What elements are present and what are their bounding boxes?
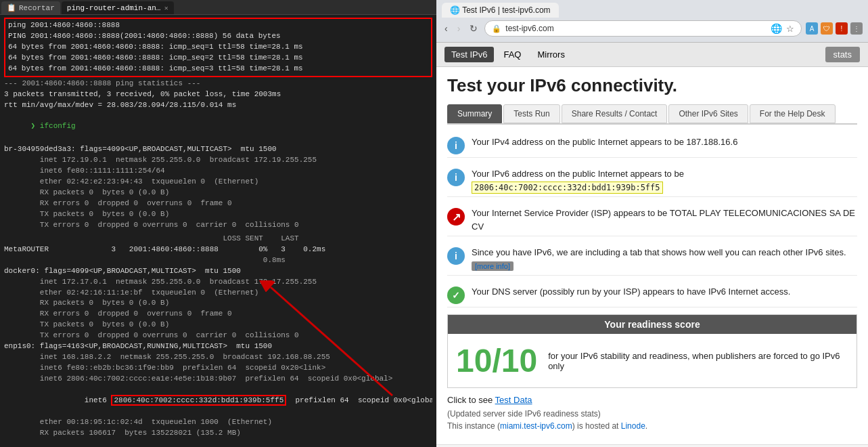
ping-reply-2: 64 bytes from 2001:4860:4860::8888: icmp… [8,53,428,64]
ping-cmd-line: ping 2001:4860:4860::8888 [8,20,428,31]
translate-icon[interactable]: 🌐 [771,23,782,34]
ping-reply-3: 64 bytes from 2001:4860:4860::8888: icmp… [8,64,428,74]
tab-summary[interactable]: Summary [447,104,502,123]
browser-panel: 🌐 Test IPv6 | test-ipv6.com ‹ › ↻ 🔒 test… [436,0,868,447]
enp1s0-inet6-global2-row: inet6 2806:40c:7002:cccc:332d:bdd1:939b:… [4,385,432,417]
iface-br-inet: inet 172.19.0.1 netmask 255.255.0.0 broa… [4,155,432,166]
linode-link[interactable]: Linode [621,421,645,431]
url-text: test-ipv6.com [505,24,767,33]
more-info-button[interactable]: [more info] [472,261,513,271]
table-row-blank: 0.8ms [4,255,432,266]
tab-other-ipv6[interactable]: Other IPv6 Sites [668,104,748,123]
tab-tests-run[interactable]: Tests Run [503,104,559,123]
nav-link-mirrors[interactable]: Mirrors [530,47,571,62]
browser-tab-testipv6[interactable]: 🌐 Test IPv6 | test-ipv6.com [442,3,559,18]
docker0-txp: TX packets 0 bytes 0 (0.0 B) [4,320,432,331]
info-icon-isp: ↗ [447,208,465,226]
reload-button[interactable]: ↻ [467,22,480,35]
nav-link-testipv6[interactable]: Test IPv6 [444,47,494,62]
docker0-rxe: RX errors 0 dropped 0 overruns 0 frame 0 [4,309,432,320]
browser-tabs-row: 🌐 Test IPv6 | test-ipv6.com [442,3,863,18]
terminal-tab-recortar[interactable]: 📋 Recortar [1,1,60,14]
ext-icon-2[interactable]: 🛡 [821,22,833,35]
readiness-section: Your readiness score 10/10 for your IPv6… [447,314,857,388]
info-row-ipv4: i Your IPv4 address on the public Intern… [447,133,857,158]
test-data-link[interactable]: Test Data [495,395,532,405]
site-nav: Test IPv6 FAQ Mirrors stats [436,43,868,67]
iface-br-rxe: RX errors 0 dropped 0 overruns 0 frame 0 [4,198,432,209]
rtt-line: rtt min/avg/max/mdev = 28.083/28.094/28.… [4,100,432,111]
browser-chrome: 🌐 Test IPv6 | test-ipv6.com ‹ › ↻ 🔒 test… [436,0,868,43]
terminal-tab-active[interactable]: ping-router-admin-anuncio-700... ✕ [62,1,174,14]
docker0-rxp: RX packets 0 bytes 0 (0.0 B) [4,298,432,309]
result-tabs: Summary Tests Run Share Results / Contac… [447,104,857,125]
page-title: Test your IPv6 connectivity. [447,75,857,96]
iface-br-inet6: inet6 fe80::1111:1111:254/64 [4,166,432,177]
ext-icon-3[interactable]: ! [836,22,848,35]
copyright-section: Copyright (C) 2010, 2024 Jason Fesler. A… [436,444,868,447]
readiness-description: for your IPv6 stability and readiness, w… [548,351,848,371]
bookmark-icon[interactable]: ☆ [786,24,794,34]
ping-header-line: PING 2001:4860:4860::8888(2001:4860:4860… [8,31,428,42]
info-icon-ipv6: i [447,169,465,186]
back-button[interactable]: ‹ [442,22,451,35]
hosted-line: This instance (miami.test-ipv6.com) is h… [447,421,857,431]
info-row-ipv6: i Your IPv6 address on the public Intern… [447,165,857,197]
browser-content: Test IPv6 FAQ Mirrors stats Test your IP… [436,43,868,447]
browser-nav-row: ‹ › ↻ 🔒 test-ipv6.com 🌐 ☆ A 🛡 ! ⋮ [442,20,863,37]
packets-line: 3 packets transmitted, 3 received, 0% pa… [4,89,432,100]
info-text-ipv4: Your IPv4 address on the public Internet… [472,135,737,149]
terminal-tabs: 📋 Recortar ping-router-admin-anuncio-700… [0,0,436,15]
iface-br-rxp: RX packets 0 bytes 0 (0.0 B) [4,188,432,198]
ext-icon-settings[interactable]: ⋮ [850,22,863,35]
docker0-header: docker0: flags=4099<UP,BROADCAST,MULTICA… [4,266,432,277]
enp1s0-inet: inet 168.188.2.2 netmask 255.255.255.0 b… [4,352,432,363]
info-text-dns: Your DNS server (possibly run by your IS… [472,285,790,299]
iface-br-header: br-304959ded3a3: flags=4099<UP,BROADCAST… [4,144,432,155]
enp1s0-inet6-global1: inet6 2806:40c:7002:cccc:ea1e:4e5e:1b18:… [4,374,432,385]
info-icon-dns: ✓ [447,286,465,304]
miami-link[interactable]: miami.test-ipv6.com [500,421,572,431]
forward-button[interactable]: › [455,22,463,35]
info-row-dns: ✓ Your DNS server (possibly run by your … [447,282,857,307]
table-row-1: MetaROUTER 3 2001:4860:4860::8888 0% 3 0… [4,244,432,255]
info-icon-ipv4: i [447,137,465,154]
iface-br-txe: TX errors 0 dropped 0 overruns 0 carrier… [4,220,432,231]
lock-icon: 🔒 [492,24,501,33]
updated-line: (Updated server side IPv6 readiness stat… [447,409,857,419]
close-icon[interactable]: ✕ [164,4,168,12]
tab-help-desk[interactable]: For the Help Desk [750,104,836,123]
enp1s0-inet6-link: inet6 fe80::eb2b:bc36:1f9e:bb9 prefixlen… [4,363,432,374]
docker0-txe: TX errors 0 dropped 0 overruns 0 carrier… [4,331,432,341]
info-row-isp: ↗ Your Internet Service Provider (ISP) a… [447,204,857,236]
enp1s0-rxp: RX packets 106617 bytes 135228021 (135.2… [4,428,432,439]
info-row-ipv6-tab: i Since you have IPv6, we are including … [447,243,857,276]
prompt-ifconfig: ❯ ifconfig [4,111,432,144]
test-data-line: Click to see Test Data [447,395,857,405]
ping-output-box: ping 2001:4860:4860::8888 PING 2001:4860… [4,18,432,77]
enp1s0-ether: ether 00:18:95:1c:02:4d txqueuelen 1000 … [4,417,432,428]
readiness-score: 10/10 [456,342,537,379]
info-text-ipv6-tab: Since you have IPv6, we are including a … [472,246,857,272]
iface-br-ether: ether 02:42:e2:23:94:43 txqueuelen 0 (Et… [4,177,432,188]
readiness-header: Your readiness score [448,315,856,334]
readiness-body: 10/10 for your IPv6 stability and readin… [448,334,856,387]
stats-line: --- 2001:4860:4860::8888 ping statistics… [4,79,432,89]
terminal-panel: 📋 Recortar ping-router-admin-anuncio-700… [0,0,436,447]
nav-link-faq[interactable]: FAQ [497,47,528,62]
address-bar[interactable]: 🔒 test-ipv6.com 🌐 ☆ [484,20,802,37]
terminal-content: ping 2001:4860:4860::8888 PING 2001:4860… [0,15,436,443]
tab-share-results[interactable]: Share Results / Contact [562,104,668,123]
info-text-isp: Your Internet Service Provider (ISP) app… [472,207,857,233]
table-addr-header: LOSS SENT LAST [4,234,432,244]
site-main: Test your IPv6 connectivity. Summary Tes… [436,67,868,444]
enp1s0-header: enp1s0: flags=4163<UP,BROADCAST,RUNNING,… [4,341,432,352]
docker0-inet: inet 172.17.0.1 netmask 255.255.0.0 broa… [4,277,432,288]
info-text-ipv6: Your IPv6 address on the public Internet… [472,167,684,194]
ipv6-address-highlight: 2806:40c:7002:cccc:332d:bdd1:939b:5ff5 [472,182,663,194]
info-icon-ipv6-tab: i [447,247,465,265]
extension-icons: A 🛡 ! ⋮ [806,22,863,35]
stats-button[interactable]: stats [825,47,860,62]
ext-icon-1[interactable]: A [806,22,818,35]
docker0-ether: ether 02:42:16:11:1e:bf txqueuelen 0 (Et… [4,288,432,299]
